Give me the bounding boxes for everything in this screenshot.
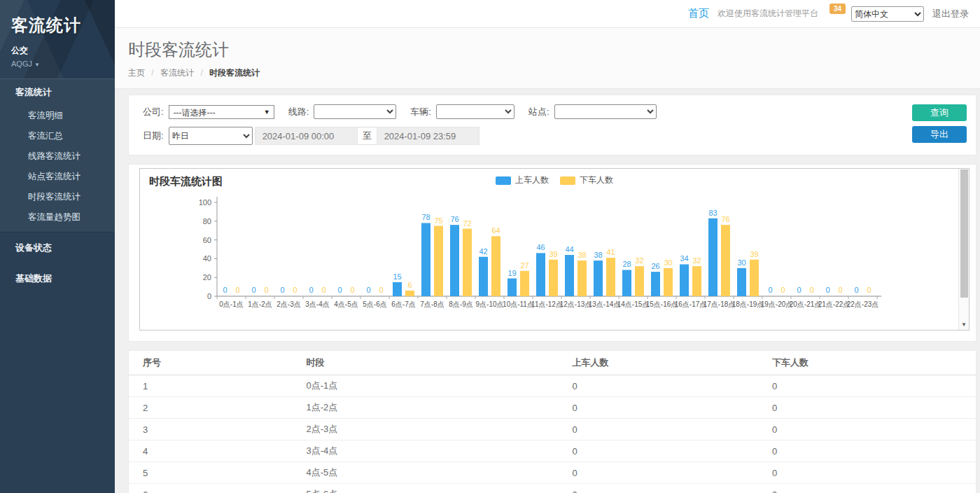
- sidebar-item-device-status[interactable]: 设备状态: [0, 232, 115, 263]
- date-preset-select[interactable]: 昨日: [169, 127, 253, 145]
- sidebar-subitem[interactable]: 线路客流统计: [0, 146, 115, 167]
- notification-badge: 34: [830, 4, 846, 14]
- table-cell: 6: [129, 484, 293, 493]
- sidebar-nav: 客流统计 客流明细客流汇总线路客流统计站点客流统计时段客流统计客流量趋势图 设备…: [0, 78, 115, 294]
- date-to-input[interactable]: [377, 127, 479, 145]
- svg-text:1点-2点: 1点-2点: [248, 300, 272, 308]
- svg-text:2点-3点: 2点-3点: [276, 300, 300, 308]
- breadcrumb-home[interactable]: 主页: [128, 68, 145, 78]
- table-row: 43点-4点00: [129, 440, 976, 462]
- legend-swatch-icon: [560, 176, 575, 185]
- svg-text:0: 0: [264, 286, 268, 294]
- table-cell: 4点-5点: [293, 462, 559, 484]
- svg-text:40: 40: [203, 254, 211, 263]
- sidebar-subitem[interactable]: 客流明细: [0, 106, 115, 126]
- svg-text:0: 0: [780, 286, 785, 294]
- language-select[interactable]: 简体中文: [851, 6, 924, 22]
- station-select[interactable]: [554, 104, 657, 119]
- table-cell: 0: [758, 419, 976, 440]
- welcome-text: 欢迎使用客流统计管理平台: [718, 8, 818, 20]
- legend-item[interactable]: 下车人数: [560, 174, 613, 186]
- vehicle-label: 车辆:: [410, 106, 431, 118]
- vehicle-select[interactable]: [436, 104, 514, 119]
- table-header-row: 序号时段上车人数下车人数: [129, 351, 976, 375]
- svg-text:60: 60: [203, 236, 211, 244]
- breadcrumb: 主页 / 客流统计 / 时段客流统计: [128, 67, 980, 88]
- svg-text:39: 39: [549, 250, 557, 258]
- svg-text:0: 0: [309, 286, 313, 294]
- table-cell: 0: [558, 419, 758, 440]
- sidebar-subitem[interactable]: 客流量趋势图: [0, 207, 115, 232]
- table-row: 32点-3点00: [129, 419, 976, 440]
- svg-text:41: 41: [606, 248, 615, 256]
- top-navbar: 首页 欢迎使用客流统计管理平台 34 简体中文 退出登录: [115, 0, 980, 28]
- chart-scrollbar[interactable]: ▼: [958, 169, 969, 330]
- brand-title: 客流统计: [11, 14, 104, 36]
- chart-container: 时段车流统计图 上车人数下车人数 020406080100000点-1点001点…: [139, 168, 969, 331]
- company-select[interactable]: ---请选择--- ▼: [169, 105, 274, 119]
- user-menu[interactable]: AQGJ ▼: [11, 60, 104, 68]
- sidebar-item-base-data[interactable]: 基础数据: [0, 263, 115, 294]
- table-cell: 2点-3点: [293, 419, 559, 440]
- table-cell: 5点-6点: [293, 484, 559, 493]
- svg-text:76: 76: [450, 215, 458, 223]
- svg-text:7点-8点: 7点-8点: [420, 300, 444, 308]
- table-cell: 0: [558, 397, 758, 419]
- export-button[interactable]: 导出: [912, 126, 967, 143]
- table-cell: 0点-1点: [293, 375, 559, 397]
- org-label: 公交: [11, 45, 104, 57]
- chevron-down-icon: ▼: [34, 62, 40, 68]
- company-label: 公司:: [143, 106, 164, 118]
- scrollbar-down-arrow-icon[interactable]: ▼: [959, 319, 969, 329]
- search-button[interactable]: 查询: [912, 104, 967, 121]
- svg-text:14点-15点: 14点-15点: [617, 300, 650, 308]
- scrollbar-thumb[interactable]: [960, 169, 968, 298]
- svg-text:64: 64: [491, 226, 500, 235]
- svg-text:0: 0: [825, 286, 830, 294]
- svg-text:11点-12点: 11点-12点: [531, 300, 563, 308]
- svg-text:17点-18点: 17点-18点: [704, 300, 736, 308]
- svg-text:20点-21点: 20点-21点: [790, 300, 822, 308]
- table-cell: 0: [758, 484, 976, 493]
- main-area: 首页 欢迎使用客流统计管理平台 34 简体中文 退出登录 时段客流统计 主页 /…: [115, 0, 980, 493]
- svg-text:38: 38: [578, 251, 586, 259]
- sidebar-subitem[interactable]: 客流汇总: [0, 126, 115, 146]
- svg-text:4点-5点: 4点-5点: [334, 300, 358, 308]
- svg-text:100: 100: [199, 198, 211, 207]
- svg-text:16点-17点: 16点-17点: [675, 300, 707, 308]
- sidebar-subitem[interactable]: 时段客流统计: [0, 187, 115, 207]
- table-cell: 0: [758, 397, 976, 419]
- svg-text:32: 32: [635, 256, 643, 265]
- table-cell: 1点-2点: [293, 397, 559, 419]
- svg-text:46: 46: [536, 243, 545, 251]
- svg-text:8点-9点: 8点-9点: [449, 300, 472, 308]
- home-link[interactable]: 首页: [688, 7, 709, 20]
- svg-text:75: 75: [434, 216, 442, 225]
- svg-text:0: 0: [366, 286, 370, 294]
- svg-text:0点-1点: 0点-1点: [219, 300, 243, 308]
- sidebar-group-passenger-stats: 客流统计 客流明细客流汇总线路客流统计站点客流统计时段客流统计客流量趋势图: [0, 78, 115, 232]
- filter-row-1: 公司: ---请选择--- ▼ 线路: 车辆: 站点:: [143, 104, 899, 119]
- table-header-cell: 序号: [129, 351, 293, 375]
- table-header-cell: 时段: [293, 351, 559, 375]
- svg-text:9点-10点: 9点-10点: [475, 300, 503, 308]
- chart-legend: 上车人数下车人数: [140, 174, 969, 186]
- sidebar-subitem[interactable]: 站点客流统计: [0, 167, 115, 187]
- logout-link[interactable]: 退出登录: [932, 8, 969, 20]
- svg-text:22点-23点: 22点-23点: [847, 300, 879, 308]
- svg-text:42: 42: [479, 247, 487, 256]
- svg-text:19点-20点: 19点-20点: [761, 300, 793, 308]
- legend-label: 上车人数: [515, 174, 549, 186]
- line-select[interactable]: [314, 104, 396, 119]
- data-table: 序号时段上车人数下车人数 10点-1点0021点-2点0032点-3点0043点…: [129, 351, 976, 493]
- breadcrumb-section[interactable]: 客流统计: [160, 68, 194, 78]
- svg-text:0: 0: [854, 286, 858, 294]
- svg-text:3点-4点: 3点-4点: [305, 300, 329, 308]
- filter-row-2: 日期: 昨日 至: [143, 127, 899, 145]
- page-header: 时段客流统计 主页 / 客流统计 / 时段客流统计: [115, 28, 980, 89]
- sidebar-item-passenger-stats[interactable]: 客流统计: [0, 79, 115, 106]
- svg-text:6: 6: [407, 281, 412, 289]
- date-from-input[interactable]: [255, 127, 358, 145]
- table-cell: 0: [558, 440, 758, 462]
- legend-item[interactable]: 上车人数: [496, 174, 549, 186]
